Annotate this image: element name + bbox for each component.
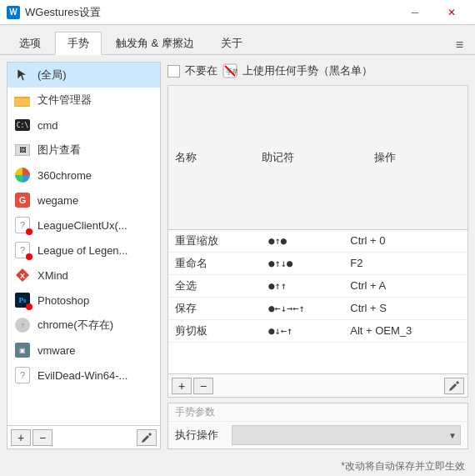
360-icon xyxy=(14,167,31,183)
app-list-panel: (全局) 文件管理器 C:\ cmd xyxy=(7,62,161,449)
tab-gestures[interactable]: 手势 xyxy=(55,32,102,55)
gesture-name: 全选 xyxy=(168,274,262,297)
gesture-table-container: 名称 助记符 操作 重置缩放 ●↑● Ctrl + 0 重命名 ●↑↓● F2 … xyxy=(168,85,468,398)
gesture-name: 剪切板 xyxy=(168,319,262,342)
window-title: WGestures设置 xyxy=(25,5,398,20)
gesture-table: 名称 助记符 操作 xyxy=(168,86,468,230)
blacklist-row: 不要在 手势 上使用任何手势（黑名单） xyxy=(168,62,468,80)
chrome-broken-icon: ? xyxy=(14,317,31,333)
photo-icon: 🖼 xyxy=(14,142,31,158)
blacklist-text1: 不要在 xyxy=(185,63,218,78)
folder-icon xyxy=(14,92,31,108)
list-item[interactable]: C:\ cmd xyxy=(8,113,160,138)
gesture-name: 重命名 xyxy=(168,252,262,274)
list-item[interactable]: (全局) xyxy=(8,63,160,88)
tabbar: 选项 手势 触发角 & 摩擦边 关于 ≡ xyxy=(0,25,475,55)
app-name: Photoshop xyxy=(38,294,89,307)
app-list: (全局) 文件管理器 C:\ cmd xyxy=(8,63,160,425)
right-panel: 不要在 手势 上使用任何手势（黑名单） 名称 助记符 操作 xyxy=(168,62,468,449)
no-gesture-icon: 手势 xyxy=(222,63,238,78)
list-item[interactable]: EvilDead-Win64-... xyxy=(8,363,160,388)
blacklist-text2: 上使用任何手势（黑名单） xyxy=(242,63,372,78)
params-row: 执行操作 ▼ xyxy=(168,422,468,448)
wegame-icon: G xyxy=(14,192,31,208)
gesture-shortcut: ●↑● xyxy=(262,230,343,253)
add-gesture-button[interactable]: + xyxy=(172,378,192,394)
app-name: 图片查看 xyxy=(38,143,81,158)
list-item[interactable]: 360chrome xyxy=(8,163,160,188)
table-row[interactable]: 剪切板 ●↓←↑ Alt + OEM_3 xyxy=(168,319,468,342)
edit-gesture-button[interactable] xyxy=(444,378,464,394)
cursor-icon xyxy=(14,67,31,83)
league1-icon xyxy=(14,217,31,233)
gesture-name: 保存 xyxy=(168,297,262,319)
params-action-select[interactable]: ▼ xyxy=(232,425,461,445)
blacklist-checkbox[interactable] xyxy=(168,65,180,78)
main-content: (全局) 文件管理器 C:\ cmd xyxy=(0,55,475,456)
cmd-icon: C:\ xyxy=(14,117,31,133)
tab-trigger[interactable]: 触发角 & 摩擦边 xyxy=(103,31,207,54)
gesture-action: Alt + OEM_3 xyxy=(343,319,468,342)
tab-options[interactable]: 选项 xyxy=(7,31,53,54)
gesture-action: Ctrl + S xyxy=(343,297,468,319)
app-name: League of Legen... xyxy=(38,244,128,257)
gesture-shortcut: ●↑↓● xyxy=(262,252,343,274)
app-icon: W xyxy=(7,6,20,19)
app-name: vmware xyxy=(38,344,76,357)
table-toolbar: + − xyxy=(168,373,468,397)
menu-button[interactable]: ≡ xyxy=(451,36,468,54)
list-item[interactable]: G wegame xyxy=(8,188,160,213)
gesture-action: Ctrl + 0 xyxy=(343,230,468,253)
params-action-label: 执行操作 xyxy=(175,428,225,443)
xmind-icon: X xyxy=(14,267,31,283)
gesture-action: Ctrl + A xyxy=(343,274,468,297)
vmware-icon: ▣ xyxy=(14,342,31,358)
list-item[interactable]: 文件管理器 xyxy=(8,88,160,113)
table-row[interactable]: 重命名 ●↑↓● F2 xyxy=(168,252,468,274)
table-row[interactable]: 全选 ●↑↑ Ctrl + A xyxy=(168,274,468,297)
list-item[interactable]: Ps Photoshop xyxy=(8,288,160,313)
svg-text:手势: 手势 xyxy=(226,68,238,76)
col-action: 操作 xyxy=(368,86,454,229)
statusbar: *改动将自动保存并立即生效 xyxy=(0,456,475,476)
tab-about[interactable]: 关于 xyxy=(208,31,255,54)
list-item[interactable]: ▣ vmware xyxy=(8,338,160,363)
app-name: 文件管理器 xyxy=(38,93,92,108)
close-button[interactable]: ✕ xyxy=(435,4,468,21)
app-name: (全局) xyxy=(38,68,67,83)
app-name: 360chrome xyxy=(38,169,92,182)
list-item[interactable]: X XMind xyxy=(8,263,160,288)
status-text: *改动将自动保存并立即生效 xyxy=(341,459,465,473)
gesture-table-body: 重置缩放 ●↑● Ctrl + 0 重命名 ●↑↓● F2 全选 ●↑↑ Ctr… xyxy=(168,230,468,343)
col-name: 名称 xyxy=(168,86,255,229)
list-item[interactable]: League of Legen... xyxy=(8,238,160,263)
gesture-table-scroll[interactable]: 重置缩放 ●↑● Ctrl + 0 重命名 ●↑↓● F2 全选 ●↑↑ Ctr… xyxy=(168,230,468,373)
remove-app-button[interactable]: − xyxy=(32,429,52,446)
table-row[interactable]: 重置缩放 ●↑● Ctrl + 0 xyxy=(168,230,468,253)
list-item[interactable]: LeagueClientUx(... xyxy=(8,213,160,238)
table-row[interactable]: 保存 ●←↓→←↑ Ctrl + S xyxy=(168,297,468,319)
edit-app-button[interactable] xyxy=(137,429,157,446)
svg-text:X: X xyxy=(20,272,25,280)
col-scroll-space xyxy=(454,86,468,229)
chevron-down-icon: ▼ xyxy=(448,431,457,440)
gesture-params: 手势参数 执行操作 ▼ xyxy=(168,403,468,449)
titlebar: W WGestures设置 ─ ✕ xyxy=(0,0,475,25)
remove-gesture-button[interactable]: − xyxy=(193,378,213,394)
add-app-button[interactable]: + xyxy=(11,429,31,446)
gesture-shortcut: ●↓←↑ xyxy=(262,319,343,342)
gesture-shortcut: ●←↓→←↑ xyxy=(262,297,343,319)
list-item[interactable]: ? chrome(不存在) xyxy=(8,313,160,338)
evildead-icon xyxy=(14,367,31,383)
photoshop-icon: Ps xyxy=(14,292,31,308)
app-name: chrome(不存在) xyxy=(38,318,113,333)
gesture-name: 重置缩放 xyxy=(168,230,262,253)
gesture-shortcut: ●↑↑ xyxy=(262,274,343,297)
minimize-button[interactable]: ─ xyxy=(398,4,432,21)
window-controls: ─ ✕ xyxy=(398,4,468,21)
app-name: XMind xyxy=(38,269,68,282)
left-toolbar: + − xyxy=(8,425,160,448)
league2-icon xyxy=(14,242,31,258)
col-shortcut: 助记符 xyxy=(255,86,368,229)
list-item[interactable]: 🖼 图片查看 xyxy=(8,138,160,163)
